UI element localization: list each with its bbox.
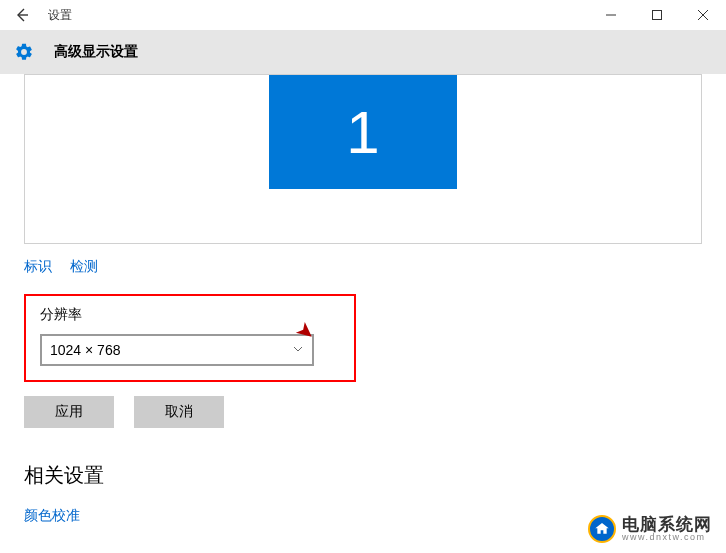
related-settings-heading: 相关设置 (24, 462, 702, 489)
action-buttons: 应用 取消 (24, 396, 702, 428)
monitor-1-label: 1 (346, 98, 379, 167)
maximize-button[interactable] (634, 0, 680, 30)
minimize-icon (606, 10, 616, 20)
monitor-1-tile[interactable]: 1 (269, 75, 457, 189)
watermark-text: 电脑系统网 www.dnxtw.com (622, 516, 712, 542)
svg-rect-0 (653, 11, 662, 20)
header-bar: 高级显示设置 (0, 30, 726, 74)
content-area: 1 标识 检测 分辨率 1024 × 768 ➤ 应用 取消 相关设置 颜色校准 (0, 74, 726, 525)
window-title: 设置 (48, 7, 72, 24)
resolution-value: 1024 × 768 (50, 342, 120, 358)
watermark-house-icon (588, 515, 616, 543)
close-icon (698, 10, 708, 20)
detect-link[interactable]: 检测 (70, 258, 98, 276)
watermark: 电脑系统网 www.dnxtw.com (588, 515, 712, 543)
resolution-section-highlight: 分辨率 1024 × 768 ➤ (24, 294, 356, 382)
window-controls (588, 0, 726, 30)
minimize-button[interactable] (588, 0, 634, 30)
display-actions: 标识 检测 (24, 258, 702, 276)
watermark-sub: www.dnxtw.com (622, 533, 712, 542)
cancel-button[interactable]: 取消 (134, 396, 224, 428)
back-button[interactable] (0, 0, 44, 30)
apply-button[interactable]: 应用 (24, 396, 114, 428)
page-title: 高级显示设置 (54, 43, 138, 61)
maximize-icon (652, 10, 662, 20)
resolution-dropdown[interactable]: 1024 × 768 (40, 334, 314, 366)
displays-preview: 1 (24, 74, 702, 244)
close-button[interactable] (680, 0, 726, 30)
resolution-label: 分辨率 (40, 306, 340, 324)
watermark-main: 电脑系统网 (622, 516, 712, 533)
arrow-left-icon (14, 7, 30, 23)
titlebar: 设置 (0, 0, 726, 30)
identify-link[interactable]: 标识 (24, 258, 52, 276)
settings-gear-icon[interactable] (14, 42, 34, 62)
